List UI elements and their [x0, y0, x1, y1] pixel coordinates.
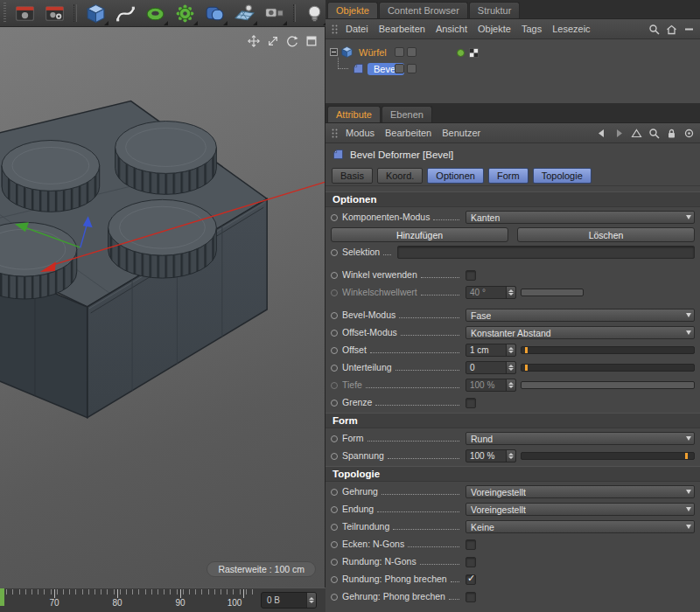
enabled-green-dot[interactable] [457, 49, 465, 57]
history-back-icon[interactable] [596, 128, 607, 139]
keyframe-dot-icon[interactable] [331, 330, 338, 337]
gehrung-phong-brechen-checkbox[interactable] [466, 592, 476, 602]
tab-basis[interactable]: Basis [332, 168, 373, 184]
expand-toggle-icon[interactable] [330, 48, 338, 56]
keyframe-dot-icon[interactable] [331, 506, 338, 513]
visibility-dots[interactable] [395, 64, 416, 73]
rundung-phong-brechen-checkbox[interactable] [466, 574, 476, 585]
menu-ansicht[interactable]: Ansicht [436, 24, 467, 34]
toolbar-grip[interactable] [4, 3, 6, 24]
tab-ebenen[interactable]: Ebenen [382, 106, 432, 122]
tab-optionen[interactable]: Optionen [427, 168, 484, 184]
stepper-arrows[interactable] [506, 344, 515, 356]
spannung-slider[interactable] [521, 452, 695, 460]
keyframe-dot-icon[interactable] [331, 453, 338, 460]
winkel-verwenden-checkbox[interactable] [466, 270, 476, 281]
zoom-icon[interactable] [267, 35, 279, 47]
loeschen-button[interactable]: Löschen [517, 227, 695, 242]
3d-scene-lego-brick[interactable] [0, 27, 325, 588]
keyframe-dot-icon[interactable] [331, 214, 338, 221]
spannung-stepper[interactable]: 100 % [466, 449, 516, 462]
menu-benutzer[interactable]: Benutzer [442, 128, 480, 138]
cube-primitive-icon[interactable] [85, 3, 107, 24]
stepper-arrows[interactable] [506, 287, 515, 298]
visibility-dots[interactable] [395, 47, 416, 57]
slider-marker[interactable] [525, 347, 528, 353]
selektion-field[interactable] [397, 246, 695, 259]
search-icon[interactable] [648, 128, 660, 139]
rundung-ngons-checkbox[interactable] [466, 557, 476, 567]
deformer-icon[interactable] [204, 3, 226, 24]
viewport[interactable]: Rasterweite : 100 cm [0, 27, 326, 588]
offset-stepper[interactable]: 1 cm [466, 344, 516, 357]
menu-objekte[interactable]: Objekte [478, 24, 511, 34]
panel-grip-icon[interactable] [331, 24, 339, 35]
winkelschwellwert-slider[interactable] [521, 289, 584, 296]
menu-bearbeiten[interactable]: Bearbeiten [379, 24, 425, 34]
menu-lesezeichen[interactable]: Lesezeic [552, 24, 590, 34]
tab-objekte[interactable]: Objekte [327, 2, 378, 18]
search-icon[interactable] [648, 24, 660, 35]
keyframe-dot-icon[interactable] [331, 289, 338, 296]
offset-slider[interactable] [521, 346, 695, 354]
hinzufuegen-button[interactable]: Hinzufügen [331, 227, 508, 242]
home-icon[interactable] [666, 24, 677, 35]
panel-grip-icon[interactable] [331, 128, 339, 139]
object-name[interactable]: Würfel [356, 47, 389, 58]
keyframe-dot-icon[interactable] [331, 524, 338, 531]
stepper-arrows[interactable] [506, 362, 515, 373]
camera-icon[interactable] [263, 3, 285, 24]
object-row-wuerfel[interactable]: Würfel [326, 44, 700, 60]
timeline-ruler[interactable]: 70 80 90 100 [0, 588, 257, 612]
toggle-view-icon[interactable] [305, 35, 318, 47]
modeling-objects-icon[interactable] [174, 3, 196, 24]
render-view-icon[interactable] [14, 3, 36, 24]
gehrung-dropdown[interactable]: Voreingestellt [466, 485, 695, 498]
keyframe-dot-icon[interactable] [331, 312, 338, 319]
tiefe-stepper[interactable]: 100 % [466, 379, 516, 392]
endung-dropdown[interactable]: Voreingestellt [466, 503, 695, 516]
grenze-checkbox[interactable] [466, 398, 476, 408]
keyframe-dot-icon[interactable] [331, 347, 338, 354]
keyframe-dot-icon[interactable] [331, 541, 338, 548]
teilrundung-dropdown[interactable]: Keine [466, 520, 695, 533]
menu-bearbeiten[interactable]: Bearbeiten [385, 128, 431, 138]
keyframe-dot-icon[interactable] [331, 594, 338, 601]
focus-icon[interactable] [683, 128, 695, 139]
frame-stepper-arrows[interactable] [306, 593, 316, 608]
menu-datei[interactable]: Datei [346, 24, 368, 34]
bevel-modus-dropdown[interactable]: Fase [466, 309, 695, 322]
winkelschwellwert-stepper[interactable]: 40 ° [466, 286, 516, 299]
keyframe-dot-icon[interactable] [331, 382, 338, 389]
slider-marker[interactable] [525, 365, 528, 371]
minimize-icon[interactable] [683, 24, 695, 35]
keyframe-dot-icon[interactable] [331, 400, 338, 407]
keyframe-dot-icon[interactable] [331, 365, 338, 372]
unterteilung-slider[interactable] [521, 364, 695, 372]
frame-field[interactable]: 0 B [261, 592, 317, 609]
menu-modus[interactable]: Modus [346, 128, 374, 138]
timeline-playhead[interactable] [0, 588, 4, 606]
spline-pen-icon[interactable] [115, 3, 136, 24]
floor-environment-icon[interactable] [234, 3, 256, 24]
tab-topologie[interactable]: Topologie [533, 168, 592, 184]
keyframe-dot-icon[interactable] [331, 489, 338, 496]
stepper-arrows[interactable] [506, 450, 515, 462]
lock-icon[interactable] [666, 128, 677, 139]
object-row-bevel[interactable]: Bevel [326, 60, 700, 77]
light-icon[interactable] [304, 3, 326, 24]
keyframe-dot-icon[interactable] [331, 576, 338, 583]
offset-modus-dropdown[interactable]: Konstanter Abstand [466, 326, 695, 339]
tiefe-slider[interactable] [521, 381, 695, 389]
checker-texture-tag-icon[interactable] [469, 48, 479, 58]
form-dropdown[interactable]: Rund [466, 432, 695, 445]
komponenten-modus-dropdown[interactable]: Kanten [466, 211, 695, 224]
unterteilung-stepper[interactable]: 0 [466, 361, 516, 374]
menu-tags[interactable]: Tags [522, 24, 542, 34]
render-settings-icon[interactable] [44, 3, 66, 24]
keyframe-dot-icon[interactable] [331, 272, 338, 279]
keyframe-dot-icon[interactable] [331, 559, 338, 566]
history-forward-icon[interactable] [613, 128, 625, 139]
tab-form[interactable]: Form [488, 168, 528, 184]
tab-attribute[interactable]: Attribute [327, 106, 381, 122]
